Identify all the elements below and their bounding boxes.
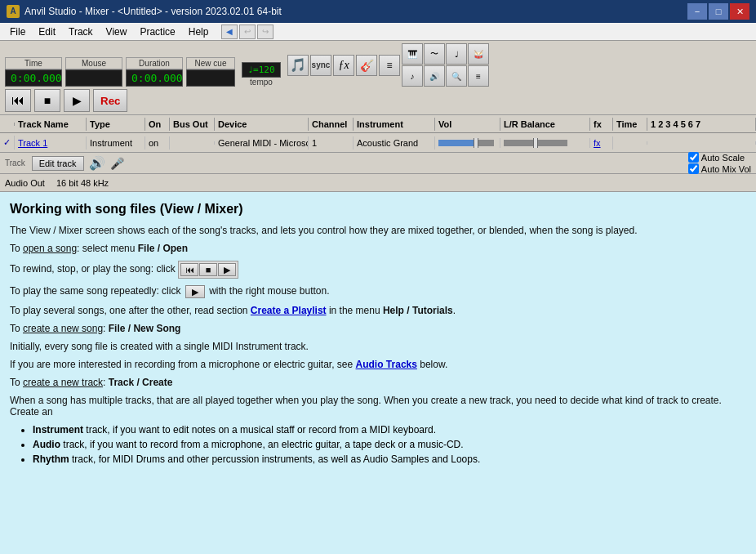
tempo-label: tempo [250, 78, 273, 87]
track-balance[interactable] [500, 138, 590, 148]
transport-area: Time 0:00.000 Mouse Duration 0:00.000 Ne… [0, 41, 756, 87]
vol-slider-thumb[interactable] [474, 138, 478, 148]
tempo-display: ♩=120 tempo [242, 62, 281, 87]
newcue-display: New cue [186, 57, 235, 87]
stop-button[interactable]: ■ [34, 89, 60, 112]
open-song-link[interactable]: open a song [23, 243, 77, 254]
record-button[interactable]: Rec [93, 89, 127, 112]
th-numbers: 1 2 3 4 5 6 7 [647, 118, 756, 131]
guitar-btn[interactable]: 🎸 [356, 55, 377, 76]
menu-track[interactable]: Track [62, 25, 100, 39]
auto-scale-check[interactable] [688, 152, 699, 163]
track-fx[interactable]: fx [590, 136, 613, 150]
auto-scale-row: Auto Scale [688, 152, 751, 163]
inline-rewind: ⏮ [180, 263, 198, 276]
duration-value[interactable]: 0:00.000 [126, 69, 183, 87]
help-para8: If you are more interested in recording … [10, 359, 743, 370]
search-btn[interactable]: 🔍 [446, 65, 467, 87]
auto-mix-label: Auto Mix Vol [701, 164, 751, 174]
auto-mix-row: Auto Mix Vol [688, 163, 751, 174]
track-name[interactable]: Track 1 [18, 138, 47, 148]
create-playlist-link[interactable]: Create a Playlist [251, 305, 327, 316]
eq-btn[interactable]: ≡ [379, 55, 400, 76]
nav-back[interactable]: ◀ [221, 25, 238, 39]
th-device: Device [215, 118, 309, 131]
minimize-button[interactable]: − [687, 3, 707, 20]
track-check[interactable]: ✓ [0, 136, 15, 150]
close-button[interactable]: ✕ [730, 3, 749, 20]
maximize-button[interactable]: □ [709, 3, 728, 20]
note-btn[interactable]: ♪ [402, 65, 423, 87]
metronome-btn[interactable]: 🎵 [287, 55, 309, 76]
toolbar-right: 🎵 sync ƒx 🎸 ≡ 🎹 〜 ♩ 🥁 ♪ 🔊 🔍 ≡ [287, 43, 489, 87]
tempo-value: ♩=120 [242, 62, 281, 78]
drum-btn[interactable]: 🥁 [468, 43, 489, 65]
vol-slider-track[interactable] [438, 140, 494, 146]
nav-undo[interactable]: ↩ [239, 25, 256, 39]
audio-out-label: Audio Out [5, 178, 45, 188]
th-instrument: Instrument [354, 118, 435, 131]
track-time [613, 141, 647, 145]
track-table-header: Track Name Type On Bus Out Device Channe… [0, 115, 756, 133]
audio-tracks-link[interactable]: Audio Tracks [356, 359, 417, 370]
new-track-link[interactable]: create a new track [23, 377, 103, 388]
sync-btn[interactable]: sync [310, 55, 331, 76]
help-para1: The View / Mixer screen shows each of th… [10, 225, 743, 236]
help-wrapper: Working with song files (View / Mixer) T… [0, 192, 756, 554]
help-scroll[interactable]: Working with song files (View / Mixer) T… [0, 192, 756, 554]
vol-slider-fill [438, 140, 474, 146]
newcue-value [186, 69, 235, 87]
fx-btn[interactable]: ƒx [333, 55, 354, 76]
track-on[interactable]: on [145, 136, 170, 150]
speaker-btn[interactable]: 🔊 [424, 65, 445, 87]
play-button[interactable]: ▶ [64, 89, 90, 112]
help-para2: To open a song: select menu File / Open [10, 243, 743, 254]
balance-slider-track[interactable] [504, 140, 567, 146]
audio-out-value: 16 bit 48 kHz [56, 178, 109, 188]
duration-display: Duration 0:00.000 [126, 57, 183, 87]
help-para5: To play several songs, one after the oth… [10, 305, 743, 316]
edit-track-row: Track Edit track 🔊 🎤 Auto Scale Auto Mix… [0, 153, 756, 174]
menu-file[interactable]: File [3, 25, 32, 39]
menu-practice[interactable]: Practice [133, 25, 181, 39]
track-name-cell[interactable]: Track 1 [15, 136, 87, 150]
help-para9: To create a new track: Track / Create [10, 377, 743, 388]
th-vol: Vol [435, 118, 500, 131]
mouse-value [65, 69, 122, 87]
titlebar-controls: − □ ✕ [687, 3, 749, 20]
wave-btn[interactable]: 〜 [424, 43, 445, 65]
auto-mix-check[interactable] [688, 163, 699, 174]
speaker-button[interactable]: 🔊 [89, 155, 105, 171]
th-busout: Bus Out [170, 118, 215, 131]
new-song-link[interactable]: create a new song [23, 323, 103, 334]
help-para3: To rewind, stop, or play the song: click… [10, 261, 743, 279]
staff-btn[interactable]: ♩ [446, 43, 467, 65]
bullet-instrument-bold: Instrument [33, 424, 83, 436]
piano-btn[interactable]: 🎹 [402, 43, 423, 65]
bars-btn[interactable]: ≡ [468, 65, 489, 87]
auto-checkboxes: Auto Scale Auto Mix Vol [688, 152, 751, 174]
balance-slider-thumb[interactable] [533, 138, 538, 148]
nav-arrows: ◀ ↩ ↪ [221, 25, 273, 39]
th-balance: L/R Balance [500, 118, 590, 131]
menu-help[interactable]: Help [182, 25, 216, 39]
track-vol[interactable] [435, 138, 500, 148]
menu-edit[interactable]: Edit [32, 25, 62, 39]
edit-track-button[interactable]: Edit track [32, 156, 84, 171]
help-para7: Initially, every song file is created wi… [10, 341, 743, 352]
track-channel: 1 [309, 136, 354, 150]
help-para10: When a song has multiple tracks, that ar… [10, 395, 743, 418]
track-instrument[interactable]: Acoustic Grand [354, 136, 435, 150]
inline-play: ▶ [218, 263, 236, 276]
rewind-button[interactable]: ⏮ [5, 89, 31, 112]
menu-view[interactable]: View [100, 25, 134, 39]
time-value[interactable]: 0:00.000 [5, 69, 62, 87]
check-icon: ✓ [3, 137, 11, 148]
th-fx: fx [590, 118, 613, 131]
help-bullets: Instrument track, if you want to edit no… [33, 424, 743, 465]
mic-button[interactable]: 🎤 [110, 157, 124, 170]
auto-scale-label: Auto Scale [701, 153, 745, 163]
nav-redo[interactable]: ↪ [257, 25, 273, 39]
transport-row2: ⏮ ■ ▶ Rec [0, 87, 756, 115]
newcue-label: New cue [186, 57, 235, 69]
